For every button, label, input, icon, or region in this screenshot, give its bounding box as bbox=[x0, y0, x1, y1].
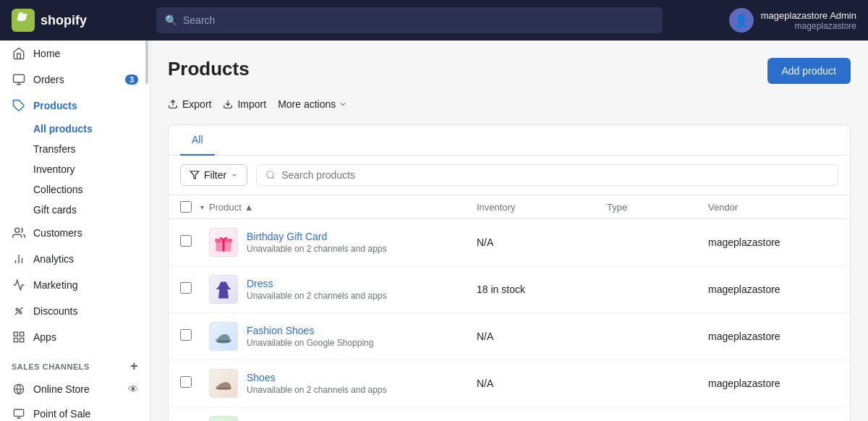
product-thumbnail bbox=[209, 369, 238, 398]
row-vendor-cell: mageplazastore bbox=[708, 284, 838, 295]
row-vendor-cell: mageplazastore bbox=[708, 331, 838, 342]
gift-cards-label: Gift cards bbox=[33, 204, 77, 216]
filter-button[interactable]: Filter bbox=[180, 164, 247, 186]
th-inventory: Inventory bbox=[477, 202, 607, 213]
sales-channels-label: SALES CHANNELS bbox=[12, 362, 90, 371]
row-checkbox[interactable] bbox=[180, 282, 192, 294]
logo-text: shopify bbox=[41, 13, 87, 28]
row-vendor-cell: mageplazastore bbox=[708, 378, 838, 389]
th-product[interactable]: Product ▲ bbox=[209, 202, 477, 213]
shopify-logo-icon bbox=[12, 9, 35, 32]
logo[interactable]: shopify bbox=[12, 9, 156, 32]
product-info: Dress Unavailable on 2 channels and apps bbox=[247, 278, 386, 301]
product-name[interactable]: Fashion Shoes bbox=[247, 325, 373, 336]
products-card: All Filter ▾ Product ▲ bbox=[168, 124, 851, 421]
table-row: Unlimited - Short Sleeve T-shirt bbox=[169, 407, 850, 421]
sidebar-item-all-products[interactable]: All products bbox=[0, 119, 150, 139]
th-type: Type bbox=[607, 202, 708, 213]
marketing-icon bbox=[12, 278, 26, 292]
svg-point-8 bbox=[20, 312, 22, 314]
filters-row: Filter bbox=[169, 156, 850, 195]
row-checkbox-cell bbox=[180, 235, 209, 250]
inventory-label: Inventory bbox=[33, 163, 75, 175]
row-inventory-cell: N/A bbox=[477, 237, 607, 248]
filter-chevron-icon bbox=[231, 171, 238, 179]
export-label: Export bbox=[182, 98, 211, 110]
svg-rect-1 bbox=[14, 75, 25, 82]
discounts-icon bbox=[12, 304, 26, 318]
row-checkbox[interactable] bbox=[180, 376, 192, 388]
orders-label: Orders bbox=[33, 74, 64, 85]
sidebar-item-customers[interactable]: Customers bbox=[0, 220, 150, 246]
more-actions-button[interactable]: More actions bbox=[278, 98, 347, 110]
product-info: Fashion Shoes Unavailable on Google Shop… bbox=[247, 325, 373, 348]
sidebar-item-products[interactable]: Products bbox=[0, 93, 150, 119]
sort-asc-icon: ▲ bbox=[244, 202, 254, 213]
transfers-label: Transfers bbox=[33, 143, 76, 155]
analytics-icon bbox=[12, 252, 26, 266]
search-products-icon bbox=[265, 170, 276, 180]
import-icon bbox=[223, 99, 233, 109]
sidebar-item-point-of-sale[interactable]: Point of Sale bbox=[0, 401, 150, 421]
tab-all[interactable]: All bbox=[180, 125, 215, 156]
point-of-sale-label: Point of Sale bbox=[33, 408, 90, 420]
import-button[interactable]: Import bbox=[223, 95, 266, 113]
th-type-label: Type bbox=[607, 202, 627, 213]
table-header: ▾ Product ▲ Inventory Type Vendor bbox=[169, 195, 850, 219]
sidebar-item-home[interactable]: Home bbox=[0, 41, 150, 67]
sidebar-item-gift-cards[interactable]: Gift cards bbox=[0, 200, 150, 220]
row-checkbox[interactable] bbox=[180, 329, 192, 341]
more-actions-label: More actions bbox=[278, 98, 336, 110]
product-name[interactable]: Dress bbox=[247, 278, 386, 289]
row-checkbox-cell bbox=[180, 329, 209, 344]
discounts-label: Discounts bbox=[33, 305, 77, 317]
apps-label: Apps bbox=[33, 331, 56, 343]
orders-icon bbox=[12, 72, 26, 87]
orders-badge: 3 bbox=[125, 75, 138, 85]
online-store-label: Online Store bbox=[33, 383, 90, 395]
th-vendor-label: Vendor bbox=[708, 202, 738, 213]
tabs: All bbox=[169, 125, 850, 156]
th-inventory-label: Inventory bbox=[477, 202, 515, 213]
home-label: Home bbox=[33, 48, 60, 59]
sidebar-item-analytics[interactable]: Analytics bbox=[0, 246, 150, 272]
product-name[interactable]: Birthday Gift Card bbox=[247, 231, 386, 242]
svg-rect-11 bbox=[20, 332, 24, 336]
svg-point-3 bbox=[15, 228, 20, 232]
product-status: Unavailable on 2 channels and apps bbox=[247, 291, 386, 301]
export-icon bbox=[168, 99, 178, 109]
add-sales-channel-button[interactable]: + bbox=[130, 359, 138, 374]
online-store-eye-icon[interactable]: 👁 bbox=[128, 383, 138, 395]
analytics-label: Analytics bbox=[33, 253, 74, 265]
products-icon bbox=[12, 98, 26, 113]
svg-marker-23 bbox=[190, 171, 199, 179]
row-checkbox[interactable] bbox=[180, 235, 192, 247]
svg-point-7 bbox=[16, 308, 18, 310]
sidebar-item-apps[interactable]: Apps bbox=[0, 324, 150, 350]
home-icon bbox=[12, 46, 26, 61]
search-products-bar[interactable] bbox=[256, 164, 838, 186]
sidebar-item-collections[interactable]: Collections bbox=[0, 179, 150, 200]
checkbox-dropdown[interactable]: ▾ bbox=[196, 201, 208, 213]
add-product-button[interactable]: Add product bbox=[767, 58, 851, 84]
sidebar-item-marketing[interactable]: Marketing bbox=[0, 272, 150, 298]
svg-point-24 bbox=[267, 171, 273, 178]
search-products-input[interactable] bbox=[281, 169, 829, 181]
product-name[interactable]: Shoes bbox=[247, 372, 386, 383]
sidebar-item-inventory[interactable]: Inventory bbox=[0, 159, 150, 179]
export-button[interactable]: Export bbox=[168, 95, 211, 113]
user-menu[interactable]: 👤 mageplazastore Admin mageplazastore bbox=[729, 8, 856, 33]
search-input[interactable] bbox=[183, 14, 654, 26]
svg-rect-28 bbox=[223, 239, 225, 252]
svg-rect-16 bbox=[14, 409, 23, 416]
filter-label: Filter bbox=[204, 169, 226, 181]
row-checkbox-cell bbox=[180, 282, 209, 297]
select-all-checkbox[interactable] bbox=[180, 201, 192, 213]
row-vendor-cell: mageplazastore bbox=[708, 237, 838, 248]
all-products-label: All products bbox=[33, 123, 93, 135]
sidebar-item-online-store[interactable]: Online Store 👁 bbox=[0, 377, 150, 401]
sidebar-item-transfers[interactable]: Transfers bbox=[0, 139, 150, 159]
search-bar[interactable]: 🔍 bbox=[156, 7, 663, 33]
sidebar-item-orders[interactable]: Orders 3 bbox=[0, 67, 150, 93]
sidebar-item-discounts[interactable]: Discounts bbox=[0, 298, 150, 324]
